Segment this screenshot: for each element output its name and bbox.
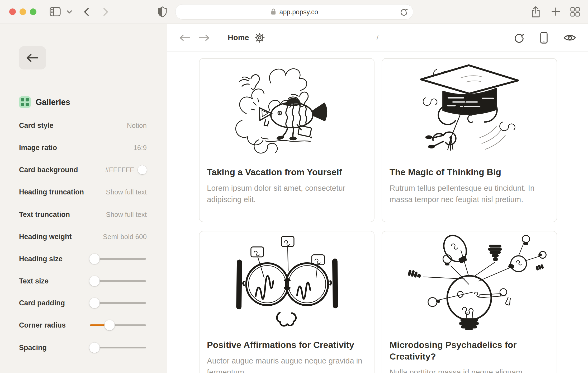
sidebar-toggle-icon[interactable]	[50, 7, 61, 16]
preview-pane: Home /	[167, 24, 588, 373]
slider-thumb[interactable]	[105, 320, 115, 330]
setting-label: Heading weight	[19, 233, 72, 241]
lightbulbs-doodle	[382, 231, 557, 330]
shield-icon[interactable]	[158, 6, 167, 17]
setting-row-card-padding: Card padding	[0, 297, 167, 309]
reload-icon[interactable]	[400, 8, 408, 17]
card-title: Taking a Vacation from Yourself	[207, 166, 367, 178]
setting-value: Show full text	[106, 211, 147, 219]
setting-value: Semi bold 600	[103, 233, 147, 241]
card-title: Positive Affirmations for Creativity	[207, 339, 367, 351]
address-bar[interactable]: app.popsy.co	[175, 4, 413, 20]
setting-row-heading-size: Heading size	[0, 253, 167, 265]
color-swatch[interactable]	[138, 165, 147, 174]
heading-size-slider[interactable]	[90, 253, 146, 265]
mobile-icon[interactable]	[540, 32, 548, 44]
back-icon[interactable]	[83, 7, 89, 16]
browser-chrome: app.popsy.co	[0, 0, 588, 24]
setting-label: Card style	[19, 122, 54, 130]
setting-row-text-truncation[interactable]: Text truncation Show full text	[0, 209, 167, 220]
setting-label: Heading size	[19, 255, 63, 263]
back-button[interactable]	[19, 46, 46, 69]
eye-icon[interactable]	[563, 33, 576, 42]
slider-thumb[interactable]	[89, 276, 99, 286]
card-grid: Taking a Vacation from Yourself Lorem ip…	[199, 58, 557, 373]
corner-radius-slider[interactable]	[90, 319, 146, 331]
forward-icon[interactable]	[103, 7, 109, 16]
sidebar-title: Galleries	[36, 97, 70, 107]
close-window-button[interactable]	[9, 8, 16, 15]
settings-sidebar: Galleries Card style Notion Image ratio …	[0, 24, 167, 373]
card-body: Nulla porttitor massa id neque aliquam	[390, 366, 549, 373]
slider-thumb[interactable]	[89, 343, 99, 353]
left-arrow-icon	[26, 53, 39, 62]
card-body: Rutrum tellus pellentesque eu tincidunt.…	[390, 182, 549, 205]
setting-value: Show full text	[106, 188, 147, 196]
setting-row-corner-radius: Corner radius	[0, 319, 167, 331]
slider-thumb[interactable]	[89, 298, 99, 308]
setting-value: #FFFFFF	[105, 166, 134, 174]
popsy-app: Galleries Card style Notion Image ratio …	[0, 24, 588, 373]
gallery-card[interactable]: Taking a Vacation from Yourself Lorem ip…	[199, 58, 374, 222]
glasses-doodle	[200, 231, 374, 330]
setting-label: Heading truncation	[19, 188, 84, 196]
lock-icon	[271, 8, 276, 16]
setting-row-image-ratio[interactable]: Image ratio 16:9	[0, 142, 167, 153]
galleries-header: Galleries	[19, 96, 70, 108]
gallery-card[interactable]: Microdosing Psychadelics for Creativity?…	[382, 231, 557, 373]
setting-row-heading-weight[interactable]: Heading weight Semi bold 600	[0, 231, 167, 243]
card-padding-slider[interactable]	[90, 297, 146, 309]
url-text: app.popsy.co	[279, 8, 318, 16]
card-body: Lorem ipsum dolor sit amet, consectetur …	[207, 182, 367, 205]
gallery-card[interactable]: The Magic of Thinking Big Rutrum tellus …	[382, 58, 557, 222]
setting-value: 16:9	[133, 144, 147, 152]
spacing-slider[interactable]	[90, 342, 146, 353]
sync-icon[interactable]	[513, 32, 525, 44]
setting-label: Card padding	[19, 299, 65, 307]
setting-label: Card background	[19, 166, 78, 174]
card-title: Microdosing Psychadelics for Creativity?	[390, 339, 549, 362]
card-title: The Magic of Thinking Big	[390, 166, 549, 178]
setting-row-card-background[interactable]: Card background #FFFFFF	[0, 164, 167, 176]
gallery-card[interactable]: Positive Affirmations for Creativity Auc…	[199, 231, 374, 373]
slider-thumb[interactable]	[89, 254, 99, 264]
setting-label: Corner radius	[19, 321, 66, 329]
chevron-down-icon[interactable]	[67, 10, 72, 14]
text-size-slider[interactable]	[90, 275, 146, 287]
setting-label: Image ratio	[19, 144, 57, 152]
galleries-icon	[19, 96, 31, 108]
setting-label: Text truncation	[19, 211, 70, 219]
share-icon[interactable]	[530, 6, 541, 18]
setting-value: Notion	[127, 122, 147, 130]
setting-row-spacing: Spacing	[0, 342, 167, 353]
graduation-cap-doodle	[382, 59, 557, 157]
setting-row-text-size: Text size	[0, 275, 167, 287]
setting-row-heading-truncation[interactable]: Heading truncation Show full text	[0, 186, 167, 198]
preview-toolbar: Home /	[167, 24, 588, 52]
tab-overview-icon[interactable]	[570, 7, 580, 17]
setting-label: Text size	[19, 277, 49, 285]
minimize-window-button[interactable]	[20, 8, 26, 15]
walking-fish-doodle	[200, 59, 374, 157]
new-tab-icon[interactable]	[551, 7, 561, 16]
setting-row-card-style[interactable]: Card style Notion	[0, 120, 167, 131]
zoom-window-button[interactable]	[30, 8, 36, 15]
setting-label: Spacing	[19, 344, 47, 352]
card-body: Auctor augue mauris augue neque gravida …	[207, 355, 367, 373]
